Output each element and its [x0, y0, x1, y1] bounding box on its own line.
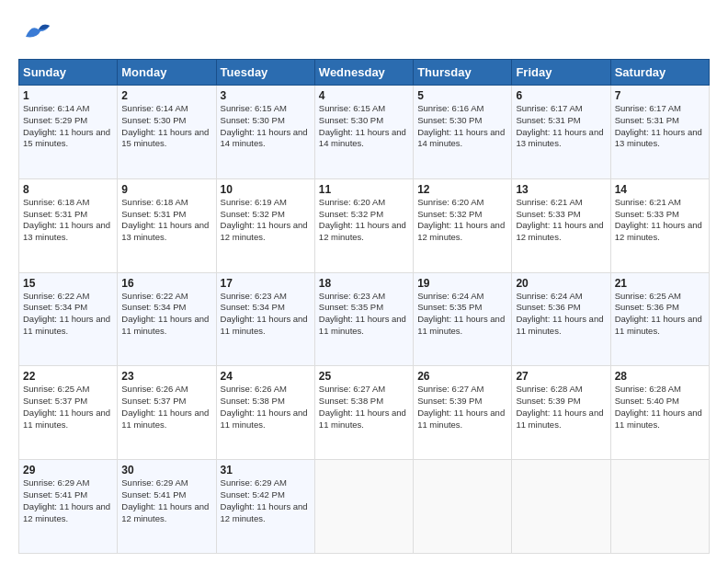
day-info: Sunrise: 6:22 AMSunset: 5:34 PMDaylight:…: [23, 291, 113, 338]
day-number: 28: [615, 370, 705, 383]
day-info: Sunrise: 6:25 AMSunset: 5:37 PMDaylight:…: [23, 384, 113, 431]
calendar-cell: 28Sunrise: 6:28 AMSunset: 5:40 PMDayligh…: [610, 366, 709, 460]
day-info: Sunrise: 6:25 AMSunset: 5:36 PMDaylight:…: [615, 291, 705, 338]
day-number: 7: [615, 89, 705, 102]
calendar-cell: [314, 460, 413, 554]
calendar-cell: 20Sunrise: 6:24 AMSunset: 5:36 PMDayligh…: [512, 272, 610, 366]
calendar-body: 1Sunrise: 6:14 AMSunset: 5:29 PMDaylight…: [19, 86, 710, 554]
calendar-cell: 14Sunrise: 6:21 AMSunset: 5:33 PMDayligh…: [610, 178, 709, 272]
day-number: 1: [23, 89, 113, 102]
day-number: 14: [615, 183, 705, 196]
calendar-cell: 7Sunrise: 6:17 AMSunset: 5:31 PMDaylight…: [610, 86, 709, 179]
day-number: 10: [221, 183, 311, 196]
day-info: Sunrise: 6:24 AMSunset: 5:35 PMDaylight:…: [417, 291, 507, 338]
header-wednesday: Wednesday: [314, 60, 413, 86]
calendar-week-row: 15Sunrise: 6:22 AMSunset: 5:34 PMDayligh…: [19, 272, 710, 366]
day-info: Sunrise: 6:29 AMSunset: 5:41 PMDaylight:…: [23, 477, 113, 524]
calendar-cell: 25Sunrise: 6:27 AMSunset: 5:38 PMDayligh…: [314, 366, 413, 460]
day-info: Sunrise: 6:26 AMSunset: 5:37 PMDaylight:…: [121, 384, 211, 431]
day-info: Sunrise: 6:21 AMSunset: 5:33 PMDaylight:…: [615, 197, 705, 244]
weekday-header-row: Sunday Monday Tuesday Wednesday Thursday…: [19, 60, 710, 86]
calendar-cell: 9Sunrise: 6:18 AMSunset: 5:31 PMDaylight…: [118, 178, 216, 272]
day-info: Sunrise: 6:28 AMSunset: 5:39 PMDaylight:…: [516, 384, 606, 431]
calendar-cell: 4Sunrise: 6:15 AMSunset: 5:30 PMDaylight…: [314, 86, 413, 179]
day-number: 18: [319, 277, 409, 290]
day-info: Sunrise: 6:15 AMSunset: 5:30 PMDaylight:…: [221, 103, 311, 150]
day-number: 13: [516, 183, 606, 196]
calendar-cell: 24Sunrise: 6:26 AMSunset: 5:38 PMDayligh…: [216, 366, 314, 460]
day-info: Sunrise: 6:21 AMSunset: 5:33 PMDaylight:…: [516, 197, 606, 244]
calendar-week-row: 29Sunrise: 6:29 AMSunset: 5:41 PMDayligh…: [19, 460, 710, 554]
header-saturday: Saturday: [610, 60, 709, 86]
calendar-cell: 10Sunrise: 6:19 AMSunset: 5:32 PMDayligh…: [216, 178, 314, 272]
calendar-cell: 22Sunrise: 6:25 AMSunset: 5:37 PMDayligh…: [19, 366, 118, 460]
calendar-cell: 5Sunrise: 6:16 AMSunset: 5:30 PMDaylight…: [414, 86, 512, 179]
calendar-cell: 3Sunrise: 6:15 AMSunset: 5:30 PMDaylight…: [216, 86, 314, 179]
day-number: 20: [516, 277, 606, 290]
header-thursday: Thursday: [414, 60, 512, 86]
calendar-cell: [414, 460, 512, 554]
day-info: Sunrise: 6:15 AMSunset: 5:30 PMDaylight:…: [319, 103, 409, 150]
day-info: Sunrise: 6:17 AMSunset: 5:31 PMDaylight:…: [615, 103, 705, 150]
day-info: Sunrise: 6:20 AMSunset: 5:32 PMDaylight:…: [417, 197, 507, 244]
day-number: 6: [516, 89, 606, 102]
day-number: 25: [319, 370, 409, 383]
day-number: 15: [23, 277, 113, 290]
calendar-cell: 29Sunrise: 6:29 AMSunset: 5:41 PMDayligh…: [19, 460, 118, 554]
calendar-cell: 18Sunrise: 6:23 AMSunset: 5:35 PMDayligh…: [314, 272, 413, 366]
day-number: 23: [121, 370, 211, 383]
page: Sunday Monday Tuesday Wednesday Thursday…: [0, 0, 728, 563]
day-number: 4: [319, 89, 409, 102]
day-info: Sunrise: 6:18 AMSunset: 5:31 PMDaylight:…: [121, 197, 211, 244]
header-sunday: Sunday: [19, 60, 118, 86]
logo: [18, 15, 55, 50]
logo-icon: [18, 15, 53, 50]
day-info: Sunrise: 6:26 AMSunset: 5:38 PMDaylight:…: [221, 384, 311, 431]
day-number: 12: [417, 183, 507, 196]
calendar-cell: [512, 460, 610, 554]
header: [18, 15, 710, 50]
day-info: Sunrise: 6:29 AMSunset: 5:41 PMDaylight:…: [121, 477, 211, 524]
calendar-cell: 16Sunrise: 6:22 AMSunset: 5:34 PMDayligh…: [118, 272, 216, 366]
day-number: 3: [221, 89, 311, 102]
day-number: 29: [23, 464, 113, 477]
day-number: 22: [23, 370, 113, 383]
calendar-cell: 30Sunrise: 6:29 AMSunset: 5:41 PMDayligh…: [118, 460, 216, 554]
calendar-cell: 19Sunrise: 6:24 AMSunset: 5:35 PMDayligh…: [414, 272, 512, 366]
calendar-cell: 1Sunrise: 6:14 AMSunset: 5:29 PMDaylight…: [19, 86, 118, 179]
day-info: Sunrise: 6:23 AMSunset: 5:35 PMDaylight:…: [319, 291, 409, 338]
calendar-week-row: 22Sunrise: 6:25 AMSunset: 5:37 PMDayligh…: [19, 366, 710, 460]
calendar-cell: 26Sunrise: 6:27 AMSunset: 5:39 PMDayligh…: [414, 366, 512, 460]
calendar-cell: 15Sunrise: 6:22 AMSunset: 5:34 PMDayligh…: [19, 272, 118, 366]
day-number: 5: [417, 89, 507, 102]
day-info: Sunrise: 6:17 AMSunset: 5:31 PMDaylight:…: [516, 103, 606, 150]
header-monday: Monday: [118, 60, 216, 86]
calendar-cell: 21Sunrise: 6:25 AMSunset: 5:36 PMDayligh…: [610, 272, 709, 366]
calendar-cell: 23Sunrise: 6:26 AMSunset: 5:37 PMDayligh…: [118, 366, 216, 460]
day-number: 26: [417, 370, 507, 383]
day-number: 17: [221, 277, 311, 290]
day-number: 19: [417, 277, 507, 290]
day-number: 31: [221, 464, 311, 477]
calendar-cell: 11Sunrise: 6:20 AMSunset: 5:32 PMDayligh…: [314, 178, 413, 272]
header-friday: Friday: [512, 60, 610, 86]
calendar-header: Sunday Monday Tuesday Wednesday Thursday…: [19, 60, 710, 86]
day-info: Sunrise: 6:16 AMSunset: 5:30 PMDaylight:…: [417, 103, 507, 150]
calendar-week-row: 8Sunrise: 6:18 AMSunset: 5:31 PMDaylight…: [19, 178, 710, 272]
day-info: Sunrise: 6:14 AMSunset: 5:30 PMDaylight:…: [121, 103, 211, 150]
day-info: Sunrise: 6:20 AMSunset: 5:32 PMDaylight:…: [319, 197, 409, 244]
day-info: Sunrise: 6:19 AMSunset: 5:32 PMDaylight:…: [221, 197, 311, 244]
day-info: Sunrise: 6:24 AMSunset: 5:36 PMDaylight:…: [516, 291, 606, 338]
day-info: Sunrise: 6:18 AMSunset: 5:31 PMDaylight:…: [23, 197, 113, 244]
calendar-week-row: 1Sunrise: 6:14 AMSunset: 5:29 PMDaylight…: [19, 86, 710, 179]
day-number: 2: [121, 89, 211, 102]
day-info: Sunrise: 6:14 AMSunset: 5:29 PMDaylight:…: [23, 103, 113, 150]
day-info: Sunrise: 6:29 AMSunset: 5:42 PMDaylight:…: [221, 477, 311, 524]
day-info: Sunrise: 6:27 AMSunset: 5:38 PMDaylight:…: [319, 384, 409, 431]
calendar-cell: [610, 460, 709, 554]
day-info: Sunrise: 6:23 AMSunset: 5:34 PMDaylight:…: [221, 291, 311, 338]
day-info: Sunrise: 6:27 AMSunset: 5:39 PMDaylight:…: [417, 384, 507, 431]
calendar-cell: 31Sunrise: 6:29 AMSunset: 5:42 PMDayligh…: [216, 460, 314, 554]
day-number: 9: [121, 183, 211, 196]
day-number: 11: [319, 183, 409, 196]
